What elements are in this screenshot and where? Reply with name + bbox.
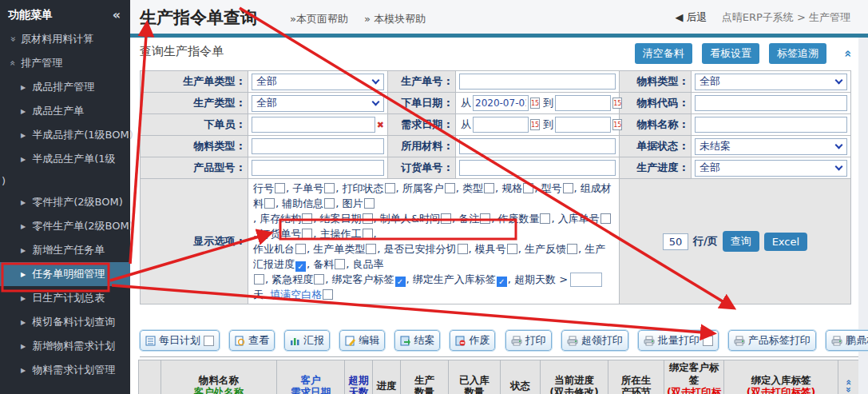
over-issue-print-button[interactable]: 超领打印 (561, 330, 628, 351)
checkbox-icon[interactable] (335, 259, 345, 269)
checkbox-icon[interactable] (254, 274, 264, 285)
print-button[interactable]: 打印 (505, 330, 552, 351)
breadcrumb-app[interactable]: 点晴ERP子系统 (722, 11, 794, 23)
checkbox-icon[interactable] (507, 244, 517, 254)
checkbox-icon[interactable] (600, 213, 611, 224)
pengding-label-print-button[interactable]: 鹏鼎标签打印 (826, 330, 868, 351)
material-code-input[interactable] (695, 95, 847, 111)
doc-status-select[interactable]: 未结案 (695, 138, 847, 155)
product-model-input[interactable] (252, 160, 384, 176)
checkbox-icon[interactable] (458, 244, 468, 254)
production-type-select[interactable]: 全部 (252, 95, 384, 112)
checkbox-icon[interactable] (366, 244, 376, 254)
checkbox-icon[interactable] (364, 198, 375, 209)
sidebar-item-new-task-order[interactable]: ▶新增生产任务单 (0, 238, 130, 262)
sidebar-item-semi-scheduling[interactable]: ▶半成品排产(1级BOM) (0, 123, 130, 147)
sidebar-collapse-icon[interactable]: « (113, 7, 121, 22)
excel-export-button[interactable]: Excel (764, 233, 807, 251)
checkbox-icon[interactable] (264, 198, 275, 209)
material-name-input[interactable] (695, 117, 847, 133)
clear-field-icon[interactable]: ✖ (377, 120, 384, 130)
order-date-from-input[interactable] (473, 95, 529, 111)
checkbox-icon[interactable] (523, 183, 533, 193)
edit-button[interactable]: 编辑 (339, 330, 385, 351)
col-stockin-label[interactable]: 绑定入库标签(双击打印标签) (724, 360, 838, 394)
checkbox-icon[interactable] (302, 229, 312, 239)
col-need-date[interactable]: 客户需求日期 (277, 360, 345, 394)
sidebar-item-material-req-mgmt[interactable]: ▶物料需求计划管理 (0, 358, 130, 382)
checkbox-icon[interactable] (484, 183, 494, 193)
col-order-no[interactable] (139, 360, 161, 394)
checkbox-icon[interactable] (323, 289, 333, 300)
checkbox-icon[interactable] (302, 213, 312, 224)
col-scroll[interactable]: «« (838, 360, 859, 394)
sidebar-item-semi-order-wrap[interactable]: ) (0, 171, 130, 190)
daily-plan-button[interactable]: 每日计划 (140, 330, 220, 351)
col-production-step[interactable]: 所在生产环节 (608, 360, 664, 394)
page-help-link[interactable]: »本页面帮助 (290, 13, 348, 25)
back-button[interactable]: ◀ 后退 (675, 11, 707, 23)
sales-order-input[interactable] (459, 160, 616, 176)
order-date-to-input[interactable] (555, 95, 611, 111)
module-help-link[interactable]: » 本模块帮助 (364, 13, 426, 25)
void-button[interactable]: 作废 (450, 330, 495, 351)
sidebar-item-daily-plan-summary[interactable]: ▶日生产计划总表 (0, 286, 130, 310)
board-settings-button[interactable]: 看板设置 (702, 43, 759, 64)
need-date-from-input[interactable] (473, 117, 529, 133)
label-trace-button[interactable]: 标签追溯 (769, 43, 826, 64)
checkbox-icon[interactable] (441, 213, 451, 224)
checkbox-icon[interactable] (703, 336, 713, 346)
checkbox-icon[interactable] (314, 274, 324, 285)
col-current-progress[interactable]: 当前进度(双击修改) (541, 360, 608, 394)
checkbox-icon[interactable] (363, 213, 373, 224)
sidebar-item-diecut-material-plan[interactable]: ▶模切备料计划查询 (0, 310, 130, 334)
col-qty[interactable]: 生产数量 (401, 360, 449, 394)
report-button[interactable]: 汇报 (284, 330, 330, 351)
sidebar-item-part-scheduling[interactable]: ▶零件排产(2级BOM) (0, 190, 130, 214)
checkbox-icon[interactable] (324, 183, 335, 193)
checkbox-icon[interactable] (275, 183, 285, 193)
search-button[interactable]: 查询 (723, 231, 759, 252)
calendar-icon[interactable]: 15 (612, 98, 622, 109)
checkbox-icon[interactable] (480, 213, 490, 224)
checkbox-icon[interactable] (204, 336, 214, 346)
sidebar-item-part-order[interactable]: ▶零件生产单(2级BOM) (0, 214, 130, 238)
sidebar-item-new-material-req[interactable]: ▶新增物料需求计划 (0, 334, 130, 358)
col-customer-label[interactable]: 绑定客户标签(双击打印标签) (664, 360, 724, 394)
checkbox-icon[interactable] (567, 244, 577, 254)
calendar-icon[interactable]: 15 (530, 119, 540, 130)
overdue-days-input[interactable] (570, 273, 602, 287)
checkbox-icon[interactable] (363, 229, 373, 239)
close-case-button[interactable]: 结案 (394, 330, 440, 351)
checkbox-icon[interactable] (445, 183, 455, 193)
order-type-select[interactable]: 全部 (252, 74, 384, 90)
checkbox-icon[interactable] (385, 183, 395, 193)
calendar-icon[interactable]: 15 (612, 119, 622, 130)
material-type-select[interactable]: 全部 (695, 74, 847, 90)
checkbox-icon[interactable] (324, 198, 335, 209)
scroll-down-icon[interactable]: « (845, 387, 852, 393)
sidebar-item-raw-material-calc[interactable]: «原材料用料计算 (0, 27, 130, 51)
col-material-name[interactable]: 物料名称客户处名称 (161, 360, 277, 394)
clear-stock-button[interactable]: 清空备料 (635, 43, 692, 64)
col-status[interactable]: 状态 (501, 360, 541, 394)
sidebar-item-task-detail-mgmt[interactable]: ▶任务单明细管理 (0, 262, 130, 286)
col-stocked-qty[interactable]: 已入库数量 (449, 360, 501, 394)
calendar-icon[interactable]: 15 (530, 98, 540, 109)
batch-print-button[interactable]: 批量打印 (638, 330, 719, 351)
checkbox-checked-icon[interactable] (295, 261, 306, 272)
production-progress-select[interactable]: 全部 (695, 160, 847, 177)
checkbox-icon[interactable] (563, 183, 573, 193)
need-date-to-input[interactable] (555, 117, 611, 133)
sidebar-item-finished-order[interactable]: ▶成品生产单 (0, 99, 130, 123)
checkbox-checked-icon[interactable] (395, 277, 406, 287)
sidebar-item-scheduling-mgmt[interactable]: «排产管理 (0, 51, 130, 75)
order-number-input[interactable] (459, 74, 616, 90)
col-progress[interactable]: 进度 (373, 360, 401, 394)
material-type-input[interactable] (252, 138, 384, 154)
col-overdue-days[interactable]: 超期天数 (345, 360, 373, 394)
view-button[interactable]: 查看 (229, 330, 275, 351)
scroll-up-icon[interactable]: « (845, 380, 852, 386)
panel-collapse-icon[interactable]: « (841, 50, 855, 58)
used-material-input[interactable] (459, 138, 616, 154)
